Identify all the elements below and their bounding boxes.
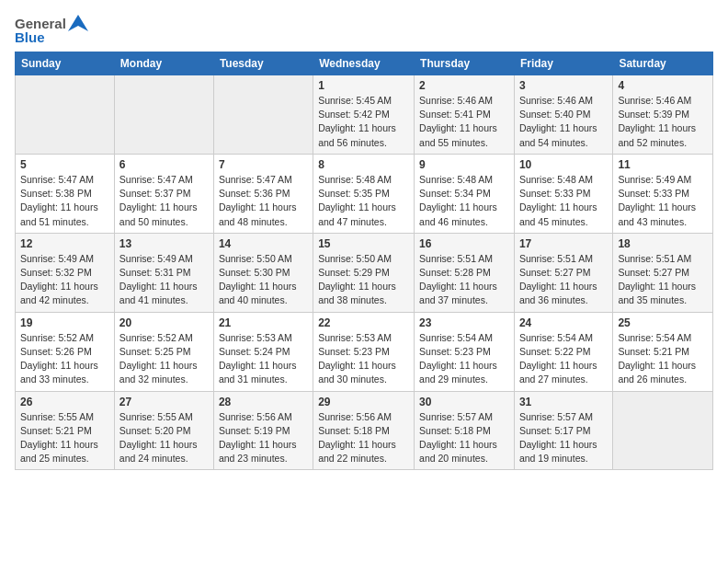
day-info: Sunrise: 5:55 AMSunset: 5:20 PMDaylight:… bbox=[119, 410, 209, 466]
day-info: Sunrise: 5:46 AMSunset: 5:41 PMDaylight:… bbox=[419, 94, 509, 150]
calendar-cell: 30Sunrise: 5:57 AMSunset: 5:18 PMDayligh… bbox=[415, 391, 515, 470]
day-number: 26 bbox=[20, 396, 109, 408]
day-info: Sunrise: 5:56 AMSunset: 5:19 PMDaylight:… bbox=[219, 410, 308, 466]
logo-general-text: General bbox=[15, 16, 66, 31]
calendar-cell: 14Sunrise: 5:50 AMSunset: 5:30 PMDayligh… bbox=[213, 233, 313, 312]
day-number: 14 bbox=[219, 237, 308, 250]
day-info: Sunrise: 5:54 AMSunset: 5:22 PMDaylight:… bbox=[519, 331, 608, 387]
day-number: 25 bbox=[618, 316, 708, 329]
day-info: Sunrise: 5:54 AMSunset: 5:21 PMDaylight:… bbox=[618, 331, 708, 387]
day-number: 16 bbox=[419, 237, 509, 250]
calendar-cell: 21Sunrise: 5:53 AMSunset: 5:24 PMDayligh… bbox=[213, 312, 313, 391]
day-info: Sunrise: 5:49 AMSunset: 5:32 PMDaylight:… bbox=[20, 252, 109, 308]
calendar-cell: 29Sunrise: 5:56 AMSunset: 5:18 PMDayligh… bbox=[313, 391, 415, 470]
day-number: 29 bbox=[318, 396, 409, 408]
calendar-week-row: 1Sunrise: 5:45 AMSunset: 5:42 PMDaylight… bbox=[16, 75, 713, 155]
day-info: Sunrise: 5:53 AMSunset: 5:24 PMDaylight:… bbox=[219, 331, 308, 387]
calendar-cell: 28Sunrise: 5:56 AMSunset: 5:19 PMDayligh… bbox=[213, 391, 313, 470]
calendar-cell bbox=[613, 391, 713, 470]
day-number: 13 bbox=[119, 237, 209, 250]
calendar-cell: 8Sunrise: 5:48 AMSunset: 5:35 PMDaylight… bbox=[313, 154, 415, 233]
weekday-header-wednesday: Wednesday bbox=[313, 52, 415, 75]
day-info: Sunrise: 5:52 AMSunset: 5:25 PMDaylight:… bbox=[119, 331, 209, 387]
day-number: 28 bbox=[219, 396, 308, 408]
day-info: Sunrise: 5:57 AMSunset: 5:17 PMDaylight:… bbox=[519, 410, 608, 466]
calendar-cell bbox=[114, 75, 213, 155]
day-info: Sunrise: 5:52 AMSunset: 5:26 PMDaylight:… bbox=[20, 331, 109, 387]
calendar-cell: 31Sunrise: 5:57 AMSunset: 5:17 PMDayligh… bbox=[514, 391, 612, 470]
day-info: Sunrise: 5:49 AMSunset: 5:31 PMDaylight:… bbox=[119, 252, 209, 308]
weekday-header-tuesday: Tuesday bbox=[213, 52, 313, 75]
weekday-header-friday: Friday bbox=[514, 52, 612, 75]
day-number: 7 bbox=[219, 158, 308, 171]
weekday-header-saturday: Saturday bbox=[613, 52, 713, 75]
weekday-header-row: SundayMondayTuesdayWednesdayThursdayFrid… bbox=[16, 52, 713, 75]
calendar-cell: 19Sunrise: 5:52 AMSunset: 5:26 PMDayligh… bbox=[16, 312, 115, 391]
logo-blue-text: Blue bbox=[15, 29, 45, 45]
day-info: Sunrise: 5:55 AMSunset: 5:21 PMDaylight:… bbox=[20, 410, 109, 466]
day-number: 3 bbox=[519, 79, 608, 92]
day-info: Sunrise: 5:56 AMSunset: 5:18 PMDaylight:… bbox=[318, 410, 409, 466]
day-info: Sunrise: 5:47 AMSunset: 5:37 PMDaylight:… bbox=[119, 173, 209, 229]
day-info: Sunrise: 5:50 AMSunset: 5:30 PMDaylight:… bbox=[219, 252, 308, 308]
calendar-cell: 12Sunrise: 5:49 AMSunset: 5:32 PMDayligh… bbox=[16, 233, 115, 312]
calendar-cell: 20Sunrise: 5:52 AMSunset: 5:25 PMDayligh… bbox=[114, 312, 213, 391]
day-info: Sunrise: 5:48 AMSunset: 5:34 PMDaylight:… bbox=[419, 173, 509, 229]
day-number: 12 bbox=[20, 237, 109, 250]
calendar-week-row: 19Sunrise: 5:52 AMSunset: 5:26 PMDayligh… bbox=[16, 312, 713, 391]
calendar-cell: 10Sunrise: 5:48 AMSunset: 5:33 PMDayligh… bbox=[514, 154, 612, 233]
day-info: Sunrise: 5:45 AMSunset: 5:42 PMDaylight:… bbox=[318, 94, 409, 150]
day-info: Sunrise: 5:50 AMSunset: 5:29 PMDaylight:… bbox=[318, 252, 409, 308]
calendar-cell: 1Sunrise: 5:45 AMSunset: 5:42 PMDaylight… bbox=[313, 75, 415, 155]
logo-bird-icon bbox=[68, 15, 88, 31]
calendar-cell: 24Sunrise: 5:54 AMSunset: 5:22 PMDayligh… bbox=[514, 312, 612, 391]
day-number: 9 bbox=[419, 158, 509, 171]
day-number: 8 bbox=[318, 158, 409, 171]
calendar-cell: 2Sunrise: 5:46 AMSunset: 5:41 PMDaylight… bbox=[415, 75, 515, 155]
calendar-cell: 6Sunrise: 5:47 AMSunset: 5:37 PMDaylight… bbox=[114, 154, 213, 233]
day-number: 18 bbox=[618, 237, 708, 250]
calendar-cell: 13Sunrise: 5:49 AMSunset: 5:31 PMDayligh… bbox=[114, 233, 213, 312]
day-info: Sunrise: 5:54 AMSunset: 5:23 PMDaylight:… bbox=[419, 331, 509, 387]
weekday-header-sunday: Sunday bbox=[16, 52, 115, 75]
day-number: 2 bbox=[419, 79, 509, 92]
calendar-week-row: 5Sunrise: 5:47 AMSunset: 5:38 PMDaylight… bbox=[16, 154, 713, 233]
day-info: Sunrise: 5:48 AMSunset: 5:33 PMDaylight:… bbox=[519, 173, 608, 229]
day-number: 31 bbox=[519, 396, 608, 408]
day-info: Sunrise: 5:51 AMSunset: 5:28 PMDaylight:… bbox=[419, 252, 509, 308]
day-info: Sunrise: 5:49 AMSunset: 5:33 PMDaylight:… bbox=[618, 173, 708, 229]
calendar-cell: 27Sunrise: 5:55 AMSunset: 5:20 PMDayligh… bbox=[114, 391, 213, 470]
weekday-header-monday: Monday bbox=[114, 52, 213, 75]
day-number: 4 bbox=[618, 79, 708, 92]
day-number: 22 bbox=[318, 316, 409, 329]
day-number: 10 bbox=[519, 158, 608, 171]
calendar-cell: 15Sunrise: 5:50 AMSunset: 5:29 PMDayligh… bbox=[313, 233, 415, 312]
calendar-cell: 3Sunrise: 5:46 AMSunset: 5:40 PMDaylight… bbox=[514, 75, 612, 155]
calendar-cell bbox=[16, 75, 115, 155]
day-info: Sunrise: 5:47 AMSunset: 5:36 PMDaylight:… bbox=[219, 173, 308, 229]
svg-marker-0 bbox=[68, 15, 88, 31]
day-number: 23 bbox=[419, 316, 509, 329]
calendar-cell: 5Sunrise: 5:47 AMSunset: 5:38 PMDaylight… bbox=[16, 154, 115, 233]
day-number: 27 bbox=[119, 396, 209, 408]
day-number: 19 bbox=[20, 316, 109, 329]
calendar-cell: 18Sunrise: 5:51 AMSunset: 5:27 PMDayligh… bbox=[613, 233, 713, 312]
day-info: Sunrise: 5:47 AMSunset: 5:38 PMDaylight:… bbox=[20, 173, 109, 229]
calendar-cell: 4Sunrise: 5:46 AMSunset: 5:39 PMDaylight… bbox=[613, 75, 713, 155]
day-number: 21 bbox=[219, 316, 308, 329]
day-number: 20 bbox=[119, 316, 209, 329]
calendar-cell: 26Sunrise: 5:55 AMSunset: 5:21 PMDayligh… bbox=[16, 391, 115, 470]
weekday-header-thursday: Thursday bbox=[415, 52, 515, 75]
day-number: 5 bbox=[20, 158, 109, 171]
day-info: Sunrise: 5:53 AMSunset: 5:23 PMDaylight:… bbox=[318, 331, 409, 387]
day-info: Sunrise: 5:46 AMSunset: 5:40 PMDaylight:… bbox=[519, 94, 608, 150]
calendar-cell bbox=[213, 75, 313, 155]
day-number: 11 bbox=[618, 158, 708, 171]
calendar-cell: 9Sunrise: 5:48 AMSunset: 5:34 PMDaylight… bbox=[415, 154, 515, 233]
day-number: 6 bbox=[119, 158, 209, 171]
day-info: Sunrise: 5:51 AMSunset: 5:27 PMDaylight:… bbox=[519, 252, 608, 308]
day-info: Sunrise: 5:46 AMSunset: 5:39 PMDaylight:… bbox=[618, 94, 708, 150]
calendar-cell: 25Sunrise: 5:54 AMSunset: 5:21 PMDayligh… bbox=[613, 312, 713, 391]
calendar-cell: 7Sunrise: 5:47 AMSunset: 5:36 PMDaylight… bbox=[213, 154, 313, 233]
calendar-cell: 16Sunrise: 5:51 AMSunset: 5:28 PMDayligh… bbox=[415, 233, 515, 312]
